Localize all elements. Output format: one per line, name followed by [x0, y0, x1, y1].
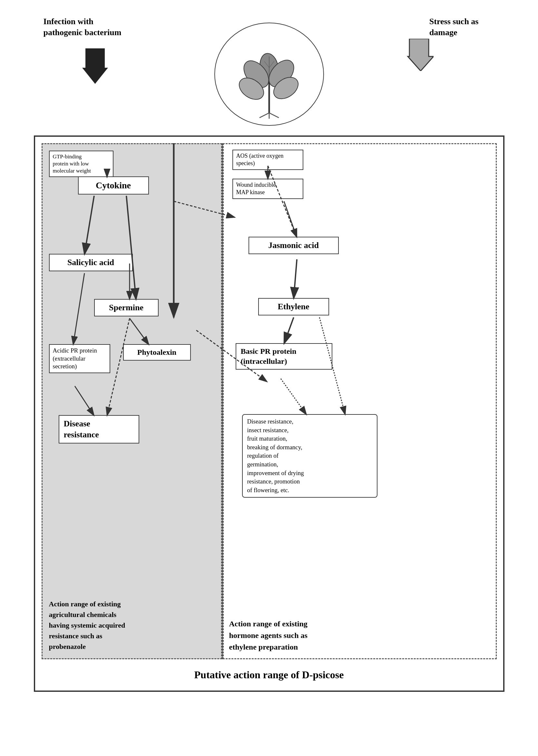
svg-line-17: [84, 196, 94, 255]
bottom-label: Putative action range of D-psicose: [42, 666, 497, 684]
salicylic-box-container: Salicylic acid: [49, 254, 133, 271]
svg-marker-1: [408, 39, 434, 71]
disease-res-box: Diseaseresistance: [59, 415, 139, 443]
salicylic-box: Salicylic acid: [49, 254, 133, 271]
svg-line-13: [269, 113, 279, 118]
svg-line-21: [130, 318, 149, 345]
main-box: GTP-bindingprotein with lowmolecular wei…: [34, 136, 505, 692]
right-action-range-text: Action range of existing hormone agents …: [229, 619, 307, 651]
acidic-pr-box: Acidic PR protein(extracellularsecretion…: [49, 344, 110, 373]
top-section: Infection with pathogenic bacterium Stre…: [34, 13, 505, 136]
gtp-box-container: GTP-bindingprotein with lowmolecular wei…: [49, 150, 114, 177]
right-action-range: Action range of existing hormone agents …: [229, 618, 490, 653]
left-arrows-svg: [42, 144, 221, 658]
page-container: Infection with pathogenic bacterium Stre…: [27, 6, 511, 698]
spermine-box: Spermine: [94, 299, 159, 317]
stress-arrow: [404, 39, 430, 68]
plant-svg: [227, 29, 311, 119]
jasmonic-box-container: Jasmonic acid: [248, 237, 339, 254]
svg-line-28: [268, 166, 297, 237]
svg-line-11: [259, 113, 269, 118]
basic-pr-box: Basic PR protein(intracellular): [236, 343, 332, 370]
svg-line-23: [107, 318, 130, 416]
spermine-box-container: Spermine: [94, 299, 159, 317]
stress-label: Stress such as damage: [429, 16, 479, 38]
aos-box: AOS (active oxygenspecies): [233, 150, 303, 170]
aos-box-container: AOS (active oxygenspecies): [233, 150, 303, 170]
infection-arrow: [79, 48, 105, 81]
svg-line-18: [126, 196, 136, 300]
cytokine-box-container: Cytokine: [78, 176, 149, 195]
cytokine-box: Cytokine: [78, 176, 149, 195]
phytoalexin-box-container: Phytoalexin: [123, 344, 191, 361]
effects-box-container: Disease resistance,insect resistance,fru…: [242, 414, 377, 498]
svg-line-30: [284, 318, 294, 344]
svg-marker-0: [82, 48, 108, 84]
svg-line-19: [73, 273, 84, 345]
svg-line-31: [281, 378, 306, 415]
right-arrows-svg: [223, 143, 497, 659]
phytoalexin-box: Phytoalexin: [123, 344, 191, 361]
wound-box: Wound inducibleMAP kinase: [233, 179, 303, 199]
svg-line-22: [75, 386, 94, 416]
right-region: AOS (active oxygenspecies) Wound inducib…: [222, 143, 497, 659]
infection-label: Infection with pathogenic bacterium: [43, 16, 122, 38]
bottom-label-text: Putative action range of D-psicose: [194, 669, 344, 680]
plant-circle: [214, 23, 324, 126]
jasmonic-box: Jasmonic acid: [248, 237, 339, 254]
svg-line-29: [294, 259, 297, 299]
left-action-range-text: Action range of existing agricultural ch…: [49, 600, 126, 651]
basic-pr-box-container: Basic PR protein(intracellular): [236, 343, 332, 370]
left-dashed-region: GTP-bindingprotein with lowmolecular wei…: [42, 143, 222, 659]
left-action-range: Action range of existing agricultural ch…: [49, 599, 215, 652]
disease-res-box-container: Diseaseresistance: [59, 415, 139, 443]
wound-box-container: Wound inducibleMAP kinase: [233, 179, 303, 199]
gtp-box: GTP-bindingprotein with lowmolecular wei…: [49, 150, 114, 177]
svg-line-27: [284, 201, 297, 237]
inner-layout: GTP-bindingprotein with lowmolecular wei…: [42, 143, 497, 659]
acidic-pr-box-container: Acidic PR protein(extracellularsecretion…: [49, 344, 110, 373]
ethylene-box: Ethylene: [258, 298, 329, 316]
effects-box: Disease resistance,insect resistance,fru…: [242, 414, 377, 498]
right-dashed-border: [223, 143, 497, 659]
ethylene-box-container: Ethylene: [258, 298, 329, 316]
